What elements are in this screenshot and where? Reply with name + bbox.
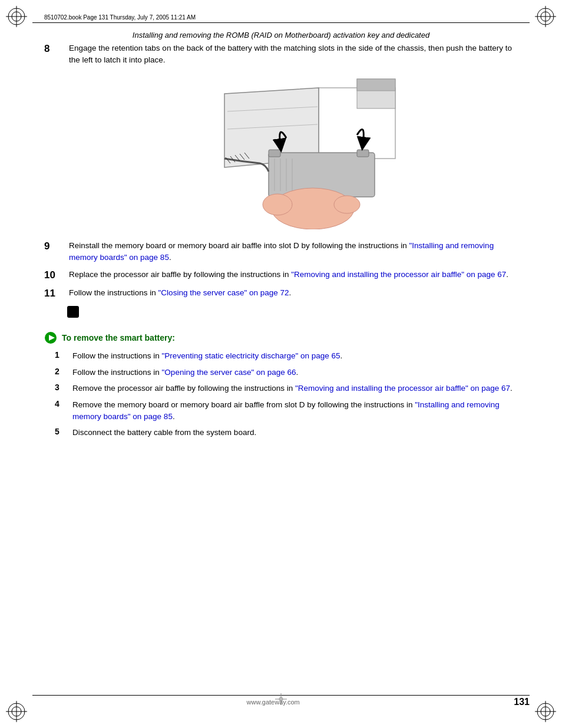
svg-rect-18 (357, 79, 395, 91)
sub-step-3-link[interactable]: "Removing and installing the processor a… (295, 384, 510, 393)
step-10-number: 10 (44, 269, 69, 281)
sub-step-4-num: 4 (55, 399, 72, 409)
corner-mark-br (534, 700, 557, 723)
sub-step-1: 1 Follow the instructions in "Preventing… (55, 350, 518, 362)
svg-rect-28 (357, 150, 369, 157)
step-9-number: 9 (44, 240, 69, 252)
step-8: 8 Engage the retention tabs on the back … (44, 42, 518, 65)
play-icon (44, 331, 57, 344)
corner-mark-tr (534, 5, 557, 28)
sub-step-1-link[interactable]: "Preventing static electricity discharge… (162, 351, 340, 360)
svg-point-31 (334, 196, 360, 213)
corner-mark-bl (5, 700, 28, 723)
sub-step-5-text: Disconnect the battery cable from the sy… (72, 427, 518, 439)
sub-step-4-text: Remove the memory board or memory board … (72, 399, 518, 422)
section-heading: To remove the smart battery: (44, 331, 518, 344)
svg-rect-27 (269, 150, 280, 157)
step-8-text: Engage the retention tabs on the back of… (69, 42, 518, 65)
step-8-number: 8 (44, 42, 69, 55)
footer-url: www.gateway.com (247, 699, 300, 706)
sub-step-1-text: Follow the instructions in "Preventing s… (72, 350, 518, 362)
sub-step-2-text: Follow the instructions in "Opening the … (72, 367, 518, 378)
sub-step-2-num: 2 (55, 367, 72, 376)
step-11-text: Follow the instructions in "Closing the … (69, 287, 518, 299)
section-title: To remove the smart battery: (62, 333, 175, 342)
top-border (32, 22, 530, 23)
battery-illustration (67, 76, 518, 229)
sub-step-4-link[interactable]: "Installing and removing memory boards" … (72, 400, 500, 421)
sub-step-3-text: Remove the processor air baffle by follo… (72, 383, 518, 394)
sub-step-5-num: 5 (55, 427, 72, 436)
svg-point-30 (263, 194, 292, 215)
corner-mark-tl (5, 5, 28, 28)
step-11-link[interactable]: "Closing the server case" on page 72 (158, 288, 289, 297)
file-info: 8510702.book Page 131 Thursday, July 7, … (44, 14, 196, 21)
header-text: Installing and removing the ROMB (RAID o… (133, 31, 429, 39)
step-11: 11 Follow the instructions in "Closing t… (44, 287, 518, 299)
step-9-text: Reinstall the memory board or memory boa… (69, 240, 518, 263)
sub-step-2: 2 Follow the instructions in "Opening th… (55, 367, 518, 378)
end-marker (67, 305, 518, 321)
step-11-number: 11 (44, 287, 69, 299)
main-content: 8 Engage the retention tabs on the back … (44, 42, 518, 443)
footer: www.gateway.com 131 (32, 697, 530, 707)
page: 8510702.book Page 131 Thursday, July 7, … (0, 0, 562, 728)
step-9: 9 Reinstall the memory board or memory b… (44, 240, 518, 263)
step-10-text: Replace the processor air baffle by foll… (69, 269, 518, 281)
sub-step-3-num: 3 (55, 383, 72, 392)
svg-rect-37 (67, 306, 79, 318)
step-9-link[interactable]: "Installing and removing memory boards" … (69, 241, 494, 262)
sub-step-2-link[interactable]: "Opening the server case" on page 66 (162, 368, 296, 377)
step-10: 10 Replace the processor air baffle by f… (44, 269, 518, 281)
sub-step-1-num: 1 (55, 350, 72, 360)
sub-step-3: 3 Remove the processor air baffle by fol… (55, 383, 518, 394)
sub-step-4: 4 Remove the memory board or memory boar… (55, 399, 518, 422)
step-10-link[interactable]: "Removing and installing the processor a… (291, 270, 506, 279)
footer-page-number: 131 (514, 697, 530, 707)
sub-step-5: 5 Disconnect the battery cable from the … (55, 427, 518, 439)
